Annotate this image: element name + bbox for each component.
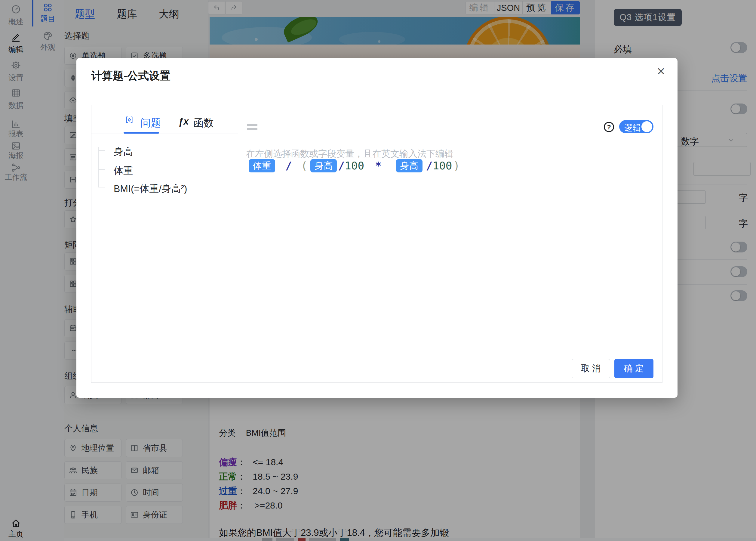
formula-hint: 在左侧选择函数或字段变量，且在英文输入法下编辑: [246, 148, 453, 160]
equals-icon: [247, 124, 257, 126]
fx-icon: ƒx: [178, 116, 188, 127]
tree-connector: [98, 150, 105, 151]
formula-chip[interactable]: 身高: [310, 159, 337, 173]
tree-connector: [98, 147, 99, 188]
formula-pane: ? 逻辑 在左侧选择函数或字段变量，且在英文输入法下编辑 体重 / ( 身高 /…: [238, 105, 662, 382]
help-icon[interactable]: ?: [604, 122, 614, 132]
modal-title: 计算题-公式设置: [91, 69, 170, 83]
modal-tab-bar: 问题 ƒx 函数: [92, 105, 238, 134]
cancel-button[interactable]: 取消: [572, 359, 610, 378]
field-item-height[interactable]: 身高: [114, 145, 133, 159]
variable-pane: 问题 ƒx 函数 身高 体重 BMI(=体重/身高²): [92, 105, 238, 382]
formula-settings-modal: 计算题-公式设置 × 问题 ƒx 函数 身高 体重 BMI(=体重/身高²): [76, 58, 677, 398]
close-icon[interactable]: ×: [653, 64, 669, 79]
logic-toggle-knob: [641, 121, 652, 132]
tab-questions[interactable]: 问题: [140, 116, 161, 130]
footer-divider: [238, 352, 662, 352]
modal-header-divider: [76, 90, 677, 90]
formula-editor-box: 问题 ƒx 函数 身高 体重 BMI(=体重/身高²) ?: [91, 105, 662, 383]
tree-connector: [98, 187, 105, 188]
formula-editor[interactable]: 体重 / ( 身高 / 100 * 身高 / 100 ): [249, 159, 460, 173]
form-builder-app: 概述 编辑 设置 数据 报表 海报 工作流 主页: [0, 0, 756, 541]
field-tab-icon: [125, 115, 134, 124]
field-item-bmi[interactable]: BMI(=体重/身高²): [114, 182, 187, 196]
formula-chip[interactable]: 身高: [396, 159, 422, 173]
equals-icon: [247, 128, 257, 130]
tree-connector: [98, 169, 105, 170]
logic-toggle[interactable]: 逻辑: [619, 120, 653, 133]
field-item-weight[interactable]: 体重: [114, 164, 133, 178]
confirm-button[interactable]: 确定: [615, 359, 653, 378]
tab-functions[interactable]: 函数: [193, 116, 214, 130]
active-tab-underline: [124, 132, 159, 134]
logic-toggle-label: 逻辑: [624, 122, 641, 134]
formula-chip[interactable]: 体重: [249, 159, 275, 173]
